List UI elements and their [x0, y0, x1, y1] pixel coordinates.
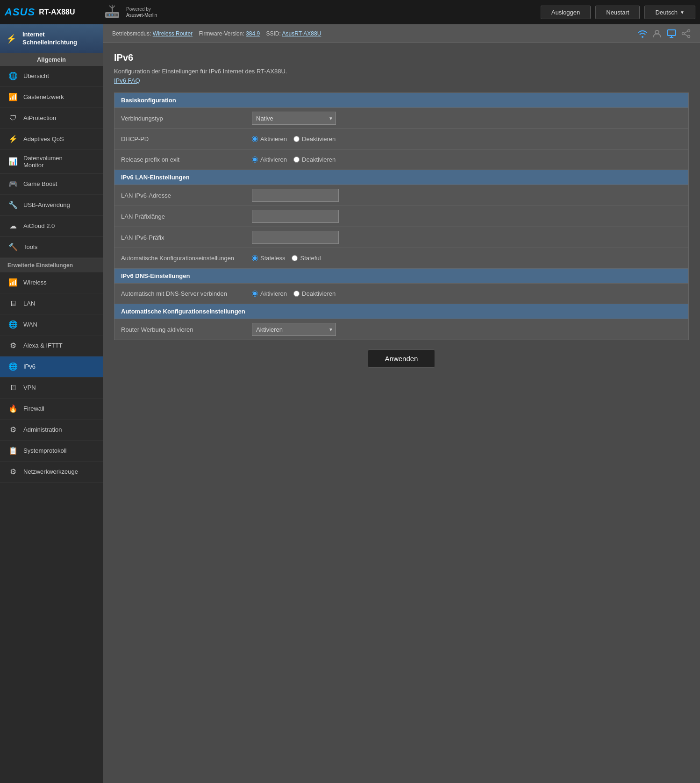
router-werbung-select-wrap: Aktivieren Deaktivieren	[252, 323, 336, 336]
lan-label: LAN	[23, 300, 35, 307]
sidebar-item-game-boost[interactable]: 🎮 Game Boost	[0, 174, 103, 195]
svg-point-3	[112, 14, 113, 16]
sidebar-item-tools[interactable]: 🔨 Tools	[0, 237, 103, 258]
dns-aktivieren-radio[interactable]	[252, 291, 258, 297]
ssid-value[interactable]: AsusRT-AX88U	[282, 30, 321, 37]
dhcp-pd-deaktivieren-label[interactable]: Deaktivieren	[293, 135, 336, 142]
svg-point-2	[109, 14, 110, 16]
release-prefix-deaktivieren-radio[interactable]	[293, 157, 300, 163]
ipv6-faq-link[interactable]: IPv6 FAQ	[114, 77, 140, 84]
betriebsmodus-label: Betriebsmodus:	[112, 30, 151, 37]
automatische-konfiguration-row: Automatische Konfigurationseinstellungen…	[114, 248, 688, 268]
lan-ipv6-praefix-label: LAN IPv6-Präfix	[114, 229, 245, 246]
router-werbung-value: Aktivieren Deaktivieren	[245, 319, 688, 340]
wan-icon: 🌐	[7, 319, 19, 330]
tools-label: Tools	[23, 243, 37, 250]
adaptives-qos-label: Adaptives QoS	[23, 135, 64, 142]
betriebsmodus-value[interactable]: Wireless Router	[153, 30, 193, 37]
verbindungstyp-select[interactable]: Native DHCPv6 Static IPv6 6in4 6to4 PPTP…	[252, 112, 336, 125]
dns-aktivieren-label[interactable]: Aktivieren	[252, 290, 287, 297]
sidebar-item-usb-anwendung[interactable]: 🔧 USB-Anwendung	[0, 195, 103, 216]
sidebar-item-schnelleinrichtung[interactable]: ⚡ Internet Schnelleinrichtung	[0, 24, 103, 53]
svg-line-7	[112, 6, 115, 8]
sidebar-item-systemprotokoll[interactable]: 📋 Systemprotokoll	[0, 441, 103, 462]
status-bar-text: Betriebsmodus: Wireless Router Firmware-…	[112, 30, 633, 37]
sidebar-item-aicloud[interactable]: ☁ AiCloud 2.0	[0, 216, 103, 237]
sidebar-item-ipv6[interactable]: 🌐 IPv6	[0, 356, 103, 377]
apply-button[interactable]: Anwenden	[368, 349, 436, 368]
wireless-label: Wireless	[23, 279, 47, 286]
svg-point-14	[688, 29, 690, 32]
wifi-icon	[637, 29, 648, 38]
sidebar-item-ubersicht[interactable]: 🌐 Übersicht	[0, 66, 103, 87]
wireless-icon: 📶	[7, 277, 19, 288]
release-prefix-radio-group: Aktivieren Deaktivieren	[252, 156, 336, 163]
stateless-label[interactable]: Stateless	[252, 255, 285, 262]
dns-deaktivieren-radio[interactable]	[293, 291, 300, 297]
router-icon	[103, 4, 121, 21]
sidebar-item-aiprotection[interactable]: 🛡 AiProtection	[0, 108, 103, 129]
datenvolumen-monitor-icon: 📊	[7, 156, 19, 167]
lan-ipv6-praefix-value	[245, 227, 688, 248]
logout-button[interactable]: Ausloggen	[541, 6, 591, 19]
sidebar-item-firewall[interactable]: 🔥 Firewall	[0, 399, 103, 420]
sidebar-item-administration[interactable]: ⚙ Administration	[0, 420, 103, 441]
sidebar-item-wan[interactable]: 🌐 WAN	[0, 314, 103, 335]
apply-btn-row: Anwenden	[114, 340, 689, 377]
svg-point-4	[114, 14, 116, 16]
router-werbung-select[interactable]: Aktivieren Deaktivieren	[252, 323, 336, 336]
sidebar-item-netzwerkwerkzeuge[interactable]: ⚙ Netzwerkwerkzeuge	[0, 462, 103, 483]
sidebar-item-gastenetzwerk[interactable]: 📶 Gästenetzwerk	[0, 87, 103, 108]
stateful-radio[interactable]	[292, 255, 298, 261]
router-werbung-row: Router Werbung aktivieren Aktivieren Dea…	[114, 319, 688, 340]
dns-deaktivieren-label[interactable]: Deaktivieren	[293, 290, 336, 297]
dhcp-pd-aktivieren-label[interactable]: Aktivieren	[252, 135, 287, 142]
dhcp-pd-aktivieren-radio[interactable]	[252, 136, 258, 142]
dhcp-pd-aktivieren-text: Aktivieren	[260, 135, 287, 142]
dhcp-pd-deaktivieren-text: Deaktivieren	[302, 135, 336, 142]
lan-praefixlaenge-row: LAN Präfixlänge	[114, 206, 688, 227]
lan-einstellungen-title: IPv6 LAN-Einstellungen	[114, 170, 688, 185]
automatische-konfiguration-radio-group: Stateless Stateful	[252, 255, 321, 262]
erweiterte-section-header: Erweiterte Einstellungen	[0, 258, 103, 272]
release-prefix-value: Aktivieren Deaktivieren	[245, 152, 688, 167]
lan-ipv6-adresse-label: LAN IPv6-Adresse	[114, 187, 245, 204]
stateless-radio[interactable]	[252, 255, 258, 261]
firmware-value[interactable]: 384.9	[246, 30, 260, 37]
release-prefix-aktivieren-label[interactable]: Aktivieren	[252, 156, 287, 163]
release-prefix-deaktivieren-label[interactable]: Deaktivieren	[293, 156, 336, 163]
game-boost-label: Game Boost	[23, 180, 57, 187]
asus-brand: ASUS	[5, 6, 35, 18]
sidebar-item-lan[interactable]: 🖥 LAN	[0, 293, 103, 314]
restart-button[interactable]: Neustart	[595, 6, 640, 19]
lan-praefixlaenge-input[interactable]	[252, 210, 339, 223]
administration-label: Administration	[23, 426, 62, 433]
release-prefix-row: Release prefix on exit Aktivieren Deakti…	[114, 149, 688, 170]
release-prefix-aktivieren-radio[interactable]	[252, 157, 258, 163]
ipv6-icon: 🌐	[7, 361, 19, 372]
automatische-konfiguration-label: Automatische Konfigurationseinstellungen	[114, 250, 245, 266]
automatisch-dns-row: Automatisch mit DNS-Server verbinden Akt…	[114, 283, 688, 304]
automatisch-dns-label: Automatisch mit DNS-Server verbinden	[114, 285, 245, 302]
sidebar-item-datenvolumen-monitor[interactable]: 📊 DatenvolumenMonitor	[0, 150, 103, 174]
svg-line-6	[109, 6, 112, 8]
systemprotokoll-label: Systemprotokoll	[23, 447, 66, 454]
netzwerkwerkzeuge-label: Netzwerkwerkzeuge	[23, 468, 78, 475]
language-button[interactable]: Deutsch ▼	[644, 6, 695, 19]
stateful-text: Stateful	[300, 255, 321, 262]
svg-line-16	[685, 31, 688, 33]
lan-ipv6-adresse-input[interactable]	[252, 189, 339, 202]
svg-point-13	[682, 32, 685, 35]
sidebar-item-alexa-ifttt[interactable]: ⚙ Alexa & IFTTT	[0, 335, 103, 356]
ipv6-label: IPv6	[23, 363, 36, 370]
sidebar-item-vpn[interactable]: 🖥 VPN	[0, 377, 103, 399]
sidebar-item-wireless[interactable]: 📶 Wireless	[0, 272, 103, 293]
status-icons	[637, 29, 691, 38]
datenvolumen-monitor-label: DatenvolumenMonitor	[23, 155, 63, 169]
lan-ipv6-praefix-input[interactable]	[252, 231, 339, 244]
basiskonfiguration-title: Basiskonfiguration	[114, 93, 688, 107]
model-name: RT-AX88U	[39, 8, 75, 16]
stateful-label[interactable]: Stateful	[292, 255, 321, 262]
sidebar-item-adaptives-qos[interactable]: ⚡ Adaptives QoS	[0, 129, 103, 150]
dhcp-pd-deaktivieren-radio[interactable]	[293, 136, 300, 142]
